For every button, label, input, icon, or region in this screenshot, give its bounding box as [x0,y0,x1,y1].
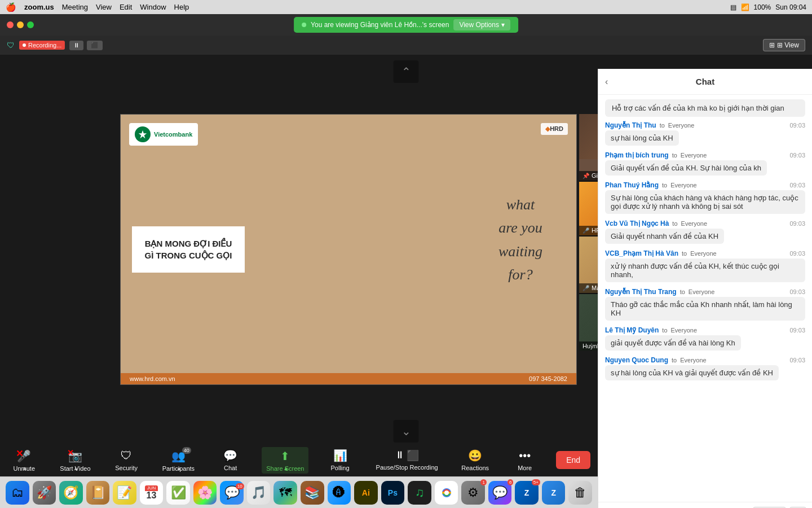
minimize-button[interactable] [17,21,24,28]
more-button[interactable]: ••• More [508,447,542,474]
stop-recording-button[interactable]: ⬛ [87,41,103,50]
reactions-icon: 😀 [468,449,482,462]
recording-controls[interactable]: ⏸ ⬛ [69,41,103,50]
participants-chevron-icon[interactable]: ▲ [176,465,182,471]
dock-appstore-icon[interactable]: 🅐 [328,481,351,505]
scroll-down-button[interactable]: ⌄ [394,420,419,443]
share-screen-button[interactable]: ⬆ Share Screen ▲ [262,447,308,474]
menu-meeting[interactable]: Meeting [62,3,88,11]
dock-zalo-icon[interactable]: Z 5+ [515,481,539,505]
chat-system-message: Hỗ trợ các vấn đề của kh mà ko bị giới h… [605,99,805,117]
svg-point-2 [444,491,449,495]
dock-zoom-icon[interactable]: Z [542,481,566,505]
dock-calendar-icon[interactable]: JUN 13 [140,481,164,505]
time-1: 09:03 [789,122,805,129]
dock-chrome-icon[interactable] [435,481,458,505]
video-chevron-icon[interactable]: ▲ [73,465,78,471]
screen-share-text: You are viewing Giảng viên Lê Hồn...'s s… [311,21,449,29]
dock-trash-icon[interactable]: 🗑 [568,481,592,505]
chat-panel: ‹ Chat Hỗ trợ các vấn đề của kh mà ko bị… [598,69,812,508]
to-label-7: to [662,327,667,334]
time-2: 09:03 [789,152,805,159]
menu-view[interactable]: View [96,3,112,11]
bubble-4: Giải quyết nhanh vấn đề của KH [605,229,724,244]
chat-title: Chat [696,77,714,86]
dock-facetime-icon[interactable]: 💬10 [220,481,244,505]
dock-launchpad-icon[interactable]: 🚀 [33,481,56,505]
chat-message-2: Phạm thị bích trung to Everyone 09:03 Gi… [605,151,805,176]
pause-stop-recording-button[interactable]: ⏸ ⬛ Pause/Stop Recording [372,447,443,473]
view-button[interactable]: ⊞ ⊞ View [763,39,805,51]
zoom-toolbar: 🎤 ✕ Unmute ▲ 📷 ✕ Start Video ▲ 🛡 Securit… [0,444,598,476]
control-center-icon[interactable]: ▤ [730,3,736,11]
recipient-3: Everyone [670,182,696,189]
hw-line-1: what [498,193,542,217]
dock-books2-icon[interactable]: 📚 [301,481,324,505]
vietcombank-logo: Vietcombank [129,123,198,146]
unmute-chevron-icon[interactable]: ▲ [22,465,28,471]
maximize-button[interactable] [27,21,34,28]
view-options-button[interactable]: View Options ▾ [453,19,510,30]
pause-recording-button[interactable]: ⏸ [69,41,83,50]
apple-menu[interactable]: 🍎 [6,2,16,12]
dock-photos-icon[interactable]: 🌸 [193,481,217,505]
to-label-1: to [660,122,665,129]
share-chevron-icon[interactable]: ▲ [283,465,289,471]
dock-safari-icon[interactable]: 🧭 [59,481,83,505]
recipient-2: Everyone [681,152,707,159]
menu-help[interactable]: Help [174,3,189,11]
bubble-8: sự hài lòng của KH và giải quyết được vấ… [605,365,779,380]
start-video-button[interactable]: 📷 ✕ Start Video ▲ [55,447,95,474]
chat-collapse-button[interactable]: ‹ [605,77,608,87]
reactions-button[interactable]: 😀 Reactions [457,446,493,474]
participants-button[interactable]: 👥 40 Participants ▲ [158,447,199,474]
sender-6: Nguyễn Thị Thu Trang [605,288,677,296]
dock-system-prefs-icon[interactable]: ⚙ 1 [461,481,485,505]
dock-photoshop-icon[interactable]: Ps [381,481,405,505]
dock-music-icon[interactable]: 🎵 [247,481,271,505]
grid-icon: ⊞ [769,41,775,49]
end-meeting-button[interactable]: End [556,451,590,469]
more-icon: ••• [519,449,531,462]
menu-window[interactable]: Window [140,3,166,11]
dock-notes-icon[interactable]: 📝 [113,481,136,505]
bubble-5: xử lý nhanh được vấn đề của KH, kết thúc… [605,259,805,282]
dock-books-icon[interactable]: 📔 [86,481,110,505]
main-presentation-slide: Vietcombank ◆HRD BẠN MONG ĐỢI ĐIỀU GÌ TR… [120,114,577,385]
polling-icon: 📊 [333,449,347,462]
menu-edit[interactable]: Edit [120,3,132,11]
recording-badge: Recording... [19,41,65,50]
dock-illustrator-icon[interactable]: Ai [354,481,378,505]
dock-finder-icon[interactable]: 🗂 [6,481,29,505]
recording-bar: 🛡 Recording... ⏸ ⬛ ⊞ ⊞ View [0,36,812,55]
wifi-icon[interactable]: 📶 [741,3,749,11]
recipient-1: Everyone [668,122,694,129]
recording-dot [23,43,26,47]
share-status-dot [302,23,306,27]
dock-maps-icon[interactable]: 🗺 [273,481,297,505]
close-button[interactable] [7,21,14,28]
security-button[interactable]: 🛡 Security [109,447,143,474]
app-name[interactable]: zoom.us [24,3,54,11]
polling-button[interactable]: 📊 Polling [323,446,357,474]
recipient-8: Everyone [680,357,706,364]
chat-messages-list: Hỗ trợ các vấn đề của kh mà ko bị giới h… [598,95,812,502]
scroll-up-button[interactable]: ⌃ [394,60,419,83]
unmute-button[interactable]: 🎤 ✕ Unmute ▲ [7,447,41,474]
bubble-6: Tháo gỡ các thắc mắc của Kh nhanh nhất, … [605,297,805,321]
footer-phone: 097 345-2082 [529,375,567,382]
dock-spotify-icon[interactable]: ♫ [408,481,431,505]
dock-messenger-icon[interactable]: 💬 6 [488,481,512,505]
chat-button[interactable]: 💬 Chat [214,446,248,474]
dock-reminders-icon[interactable]: ✅ [166,481,190,505]
chat-footer: To: Everyone ▾ 📎 File ··· [598,502,812,508]
menu-bar-right: ▤ 📶 100% Sun 09:04 [730,3,806,11]
chat-icon: 💬 [223,449,237,462]
recipient-4: Everyone [681,220,707,227]
time-6: 09:03 [789,288,805,295]
mute-slash-icon: ✕ [16,448,23,459]
chat-message-3: Phan Thuý Hằng to Everyone 09:03 Sự hài … [605,181,805,214]
traffic-lights[interactable] [7,21,34,28]
mic-icon-1: 🎤 [582,227,589,234]
slide-footer: www.hrd.com.vn 097 345-2082 [121,373,576,384]
